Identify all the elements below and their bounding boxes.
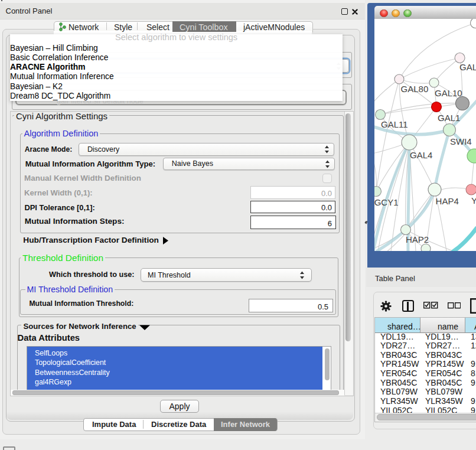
svg-text:GAL: GAL — [459, 62, 476, 72]
svg-text:GCY1: GCY1 — [374, 197, 399, 207]
svg-text:GAL4: GAL4 — [410, 150, 432, 160]
svg-text:GAL1: GAL1 — [438, 113, 460, 123]
svg-text:GAL11: GAL11 — [381, 119, 408, 129]
svg-text:GAL80: GAL80 — [401, 84, 429, 94]
svg-text:SWI4: SWI4 — [450, 136, 472, 146]
svg-text:HAP4: HAP4 — [436, 196, 459, 206]
svg-text:HAP2: HAP2 — [406, 234, 429, 244]
svg-text:GAL10: GAL10 — [435, 88, 462, 98]
svg-text:Y: Y — [471, 195, 476, 206]
